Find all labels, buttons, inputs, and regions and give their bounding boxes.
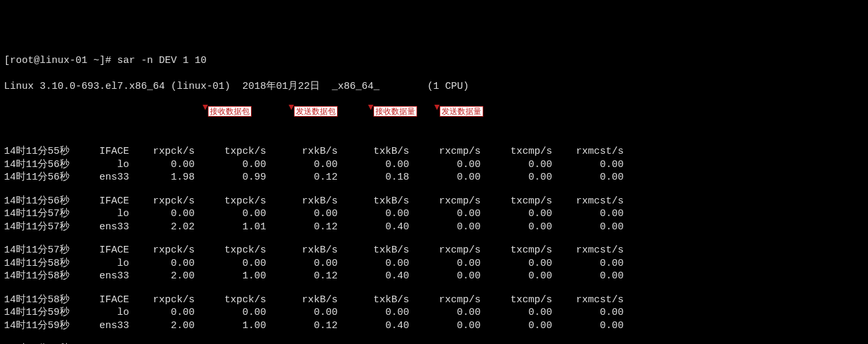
col-rxmcst: rxmcst/s [552,294,624,307]
cell-txcmp: 0.00 [481,158,552,172]
cell-txpck: 0.00 [195,306,266,319]
cell-txpck: 1.00 [195,319,266,333]
date: 2018年01月22日 [242,81,320,92]
cell-rxcmp: 0.00 [409,221,481,234]
cell-rxpck: 0.00 [129,306,195,319]
col-iface: IFACE [70,195,129,208]
cpu-count: (1 CPU) [427,81,469,92]
cell-iface: ens33 [70,270,129,283]
cell-rxpck: 2.00 [129,270,195,283]
col-rxmcst: rxmcst/s [552,195,624,208]
cell-txkb: 0.18 [338,171,409,184]
sar-block: 14时11分56秒IFACErxpck/stxpck/srxkB/stxkB/s… [4,195,864,234]
arrow-icon [434,105,440,110]
col-txkb: txkB/s [338,195,409,208]
col-rxcmp: rxcmp/s [409,145,481,158]
system-info-line: Linux 3.10.0-693.el7.x86_64 (linux-01) 2… [4,80,864,93]
cell-time: 14时11分58秒 [4,270,70,283]
column-header-row: 14时11分56秒IFACErxpck/stxpck/srxkB/stxkB/s… [4,195,864,208]
cell-rxmcst: 0.00 [552,158,624,172]
cell-time: 14时11分58秒 [4,257,70,270]
col-iface: IFACE [70,294,129,307]
cell-rxpck: 1.98 [129,171,195,184]
cell-txkb: 0.00 [338,207,409,221]
data-row: 14时11分58秒ens332.001.000.120.400.000.000.… [4,270,864,283]
output-blocks: 14时11分55秒IFACErxpck/stxpck/srxkB/stxkB/s… [4,145,864,344]
cell-txkb: 0.40 [338,221,409,234]
col-rxkb: rxkB/s [266,195,338,208]
cell-txpck: 1.01 [195,221,266,234]
shell-prompt: [root@linux-01 ~]# [4,55,117,66]
cell-txpck: 1.00 [195,270,266,283]
cell-rxpck: 2.00 [129,319,195,333]
col-txcmp: txcmp/s [481,244,552,257]
data-row: 14时11分56秒lo0.000.000.000.000.000.000.00 [4,158,864,172]
cell-txcmp: 0.00 [481,207,552,221]
cell-iface: ens33 [70,171,129,184]
cell-rxkb: 0.00 [266,158,338,172]
col-txcmp: txcmp/s [481,195,552,208]
data-row: 14时11分56秒ens331.980.990.120.180.000.000.… [4,171,864,184]
cell-rxcmp: 0.00 [409,270,481,283]
col-rxpck: rxpck/s [129,294,195,307]
sar-block: 14时11分55秒IFACErxpck/stxpck/srxkB/stxkB/s… [4,145,864,184]
data-row: 14时11分59秒lo0.000.000.000.000.000.000.00 [4,306,864,319]
cell-txpck: 0.00 [195,158,266,172]
cell-rxmcst: 0.00 [552,306,624,319]
cell-rxpck: 0.00 [129,158,195,172]
col-txpck: txpck/s [195,244,266,257]
col-rxcmp: rxcmp/s [409,195,481,208]
arrow-icon [203,105,208,110]
cell-txcmp: 0.00 [481,171,552,184]
cell-rxcmp: 0.00 [409,158,481,172]
cell-rxkb: 0.00 [266,207,338,221]
column-header-row: 14时11分57秒IFACErxpck/stxpck/srxkB/stxkB/s… [4,244,864,257]
cell-rxpck: 0.00 [129,257,195,270]
col-txkb: txkB/s [338,244,409,257]
cell-rxmcst: 0.00 [552,207,624,221]
cell-txpck: 0.00 [195,257,266,270]
data-row: 14时11分59秒ens332.001.000.120.400.000.000.… [4,319,864,333]
annotation-txkb: 发送数据量 [440,106,483,117]
data-row: 14时11分57秒lo0.000.000.000.000.000.000.00 [4,207,864,221]
cell-txcmp: 0.00 [481,257,552,270]
cell-rxkb: 0.00 [266,306,338,319]
cell-rxpck: 2.02 [129,221,195,234]
col-rxkb: rxkB/s [266,244,338,257]
cell-rxkb: 0.12 [266,221,338,234]
header-time: 14时11分57秒 [4,244,70,257]
command-line[interactable]: [root@linux-01 ~]# sar -n DEV 1 10 [4,54,864,68]
col-txpck: txpck/s [195,145,266,158]
col-txcmp: txcmp/s [481,294,552,307]
col-rxkb: rxkB/s [266,294,338,307]
cell-iface: lo [70,257,129,270]
cell-rxkb: 0.12 [266,319,338,333]
col-iface: IFACE [70,244,129,257]
hostname: (linux-01) [171,81,230,92]
cell-txcmp: 0.00 [481,306,552,319]
col-rxkb: rxkB/s [266,145,338,158]
arrow-icon [368,105,373,110]
arch: _x86_64_ [332,81,379,92]
cell-time: 14时11分59秒 [4,319,70,333]
col-txcmp: txcmp/s [481,145,552,158]
col-txpck: txpck/s [195,294,266,307]
col-rxpck: rxpck/s [129,244,195,257]
cell-rxmcst: 0.00 [552,319,624,333]
cell-rxcmp: 0.00 [409,319,481,333]
col-txkb: txkB/s [338,145,409,158]
cell-iface: lo [70,306,129,319]
cell-rxcmp: 0.00 [409,306,481,319]
data-row: 14时11分57秒ens332.021.010.120.400.000.000.… [4,221,864,234]
col-rxcmp: rxcmp/s [409,244,481,257]
cell-time: 14时11分59秒 [4,306,70,319]
col-txpck: txpck/s [195,195,266,208]
cell-iface: lo [70,207,129,221]
cell-txkb: 0.40 [338,319,409,333]
cell-rxmcst: 0.00 [552,257,624,270]
col-iface: IFACE [70,145,129,158]
col-rxmcst: rxmcst/s [552,244,624,257]
annotation-txpck: 发送数据包 [294,106,338,117]
annotation-rxkb: 接收数据量 [373,106,417,117]
cell-rxcmp: 0.00 [409,171,481,184]
